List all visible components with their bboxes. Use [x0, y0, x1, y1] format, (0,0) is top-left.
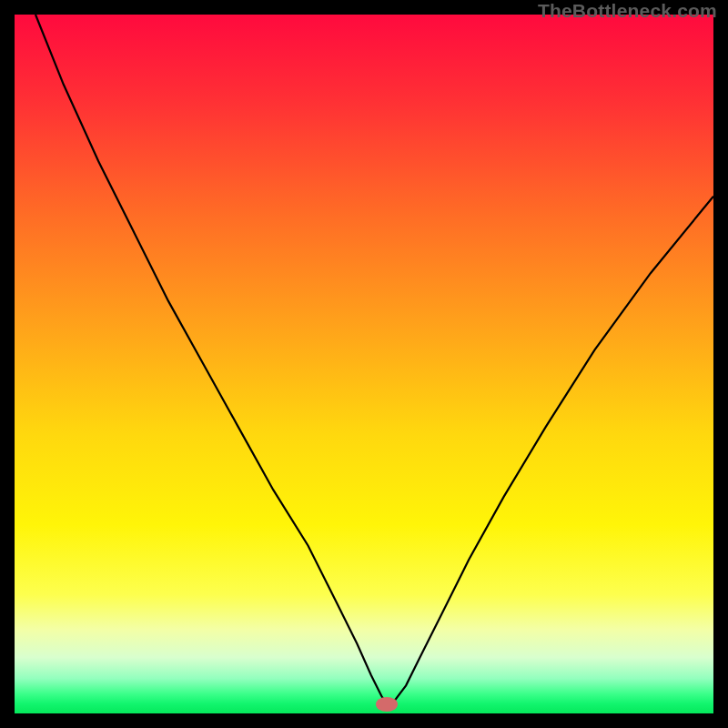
curve-svg-layer [15, 15, 713, 713]
chart-frame: TheBottleneck.com [0, 0, 728, 728]
watermark-text: TheBottleneck.com [538, 0, 717, 22]
bottleneck-curve [35, 15, 713, 704]
